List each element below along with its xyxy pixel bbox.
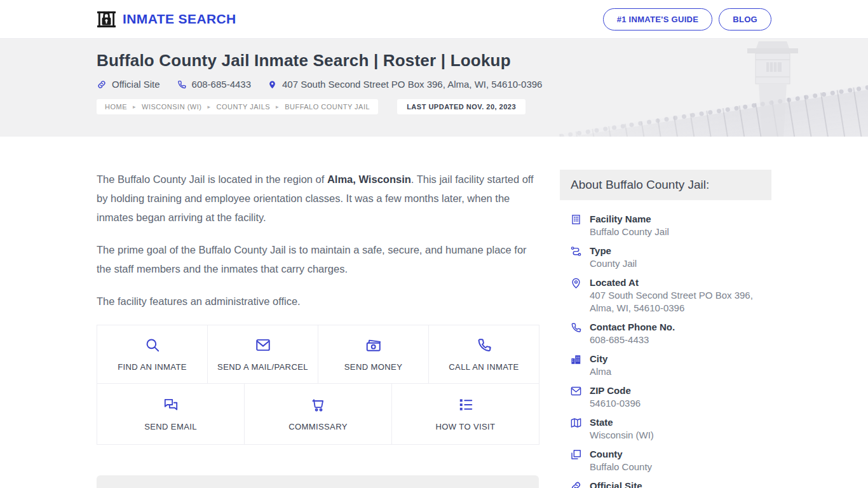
jail-lock-logo-icon <box>97 10 116 29</box>
breadcrumb-state[interactable]: WISCONSIN (WI) <box>142 103 201 111</box>
item-label: Located At <box>590 276 761 289</box>
item-value: County Jail <box>590 257 637 270</box>
item-label: County <box>590 447 652 461</box>
page-title: Buffalo County Jail Inmate Search | Rost… <box>97 51 771 71</box>
link-icon <box>570 480 582 488</box>
next-section-placeholder <box>97 475 539 488</box>
official-site-item: Official Site <box>570 479 761 488</box>
breadcrumb-county-jails[interactable]: COUNTY JAILS <box>216 103 270 111</box>
action-tiles-row-2: SEND EMAIL COMMISSARY <box>97 383 539 445</box>
about-facility-sidebar: About Buffalo County Jail: Facility Name… <box>560 170 771 488</box>
item-label: City <box>590 352 611 365</box>
item-value: 608-685-4433 <box>590 334 675 346</box>
item-label: Type <box>590 244 637 257</box>
facility-address-text: 407 South Second Street PO Box 396, Alma… <box>282 79 542 90</box>
tile-label: FIND AN INMATE <box>118 362 187 372</box>
city-icon <box>570 353 582 378</box>
commissary-tile[interactable]: COMMISSARY <box>244 383 392 445</box>
breadcrumb-separator-icon: ▸ <box>133 104 136 110</box>
find-an-inmate-tile[interactable]: FIND AN INMATE <box>97 325 208 384</box>
located-at-item: Located At 407 South Second Street PO Bo… <box>570 276 761 315</box>
send-mail-parcel-tile[interactable]: SEND A MAIL/PARCEL <box>207 325 318 384</box>
how-to-visit-tile[interactable]: HOW TO VISIT <box>391 383 539 445</box>
breadcrumb-separator-icon: ▸ <box>207 104 210 110</box>
item-label: Facility Name <box>590 212 669 226</box>
state-item: State Wisconsin (WI) <box>570 416 761 442</box>
tile-label: HOW TO VISIT <box>436 422 496 431</box>
mail-icon <box>255 337 271 353</box>
map-icon <box>570 417 582 442</box>
breadcrumb-separator-icon: ▸ <box>276 104 279 110</box>
breadcrumb-current-page[interactable]: BUFFALO COUNTY JAIL <box>285 103 370 111</box>
send-email-tile[interactable]: SEND EMAIL <box>97 383 245 445</box>
breadcrumb: HOME ▸ WISCONSIN (WI) ▸ COUNTY JAILS ▸ B… <box>97 99 378 114</box>
building-icon <box>570 214 582 238</box>
item-value: Alma <box>590 365 611 378</box>
site-header: INMATE SEARCH #1 INMATE'S GUIDE BLOG <box>0 0 868 39</box>
description-paragraph-3: The facility features an administrative … <box>97 292 539 311</box>
breadcrumb-home[interactable]: HOME <box>105 103 127 111</box>
hero-banner: Buffalo County Jail Inmate Search | Rost… <box>0 39 868 137</box>
map-pin-icon <box>570 277 582 315</box>
link-icon <box>97 79 107 90</box>
county-item: County Buffalo County <box>570 447 761 473</box>
facility-quick-info: Official Site 608-685-4433 407 South <box>97 79 771 90</box>
send-money-tile[interactable]: SEND MONEY <box>318 325 429 384</box>
contact-phone-item: Contact Phone No. 608-685-4433 <box>570 320 761 346</box>
official-site-link[interactable]: Official Site <box>97 79 160 90</box>
call-an-inmate-tile[interactable]: CALL AN INMATE <box>428 325 539 384</box>
city-item: City Alma <box>570 352 761 378</box>
item-value: Wisconsin (WI) <box>590 429 654 442</box>
official-site-label: Official Site <box>112 79 160 90</box>
tile-label: SEND MONEY <box>344 362 402 372</box>
facility-type-item: Type County Jail <box>570 244 761 270</box>
facility-location-bold: Alma, Wisconsin <box>327 173 411 185</box>
inmates-guide-button[interactable]: #1 INMATE'S GUIDE <box>603 8 713 30</box>
map-pin-icon <box>268 79 277 90</box>
description-paragraph-2: The prime goal of the Buffalo County Jai… <box>97 240 539 278</box>
item-label: Official Site <box>590 479 642 488</box>
chat-icon <box>163 396 179 413</box>
facility-name-item: Facility Name Buffalo County Jail <box>570 212 761 238</box>
checklist-icon <box>458 396 474 413</box>
route-icon <box>570 245 582 270</box>
brand-logo[interactable]: INMATE SEARCH <box>97 10 236 29</box>
facility-address: 407 South Second Street PO Box 396, Alma… <box>268 79 542 90</box>
tile-label: SEND EMAIL <box>144 422 197 431</box>
county-icon <box>570 449 582 473</box>
zip-code-item: ZIP Code 54610-0396 <box>570 384 761 410</box>
tile-label: COMMISSARY <box>288 422 348 431</box>
phone-icon <box>177 79 187 90</box>
phone-icon <box>476 337 492 353</box>
tile-label: CALL AN INMATE <box>449 362 519 372</box>
item-label: Contact Phone No. <box>590 320 675 334</box>
item-value: 54610-0396 <box>590 397 641 410</box>
facility-phone-link[interactable]: 608-685-4433 <box>177 79 251 90</box>
money-icon <box>365 337 382 353</box>
envelope-icon <box>570 385 582 410</box>
last-updated-badge: LAST UPDATED NOV. 20, 2023 <box>397 99 526 114</box>
item-label: State <box>590 416 654 429</box>
item-value: 407 South Second Street PO Box 396, Alma… <box>590 289 761 315</box>
phone-icon <box>570 322 582 346</box>
tile-label: SEND A MAIL/PARCEL <box>217 362 308 372</box>
cart-icon <box>310 396 327 413</box>
facility-description: The Buffalo County Jail is located in th… <box>97 170 539 488</box>
item-value: Buffalo County <box>590 461 652 473</box>
brand-name: INMATE SEARCH <box>123 11 236 27</box>
blog-button[interactable]: BLOG <box>719 8 771 30</box>
action-tiles-row-1: FIND AN INMATE SEND A MAIL/PARCEL <box>97 325 539 384</box>
sidebar-title: About Buffalo County Jail: <box>560 170 771 200</box>
description-paragraph-1: The Buffalo County Jail is located in th… <box>97 170 539 227</box>
item-value: Buffalo County Jail <box>590 226 669 238</box>
item-label: ZIP Code <box>590 384 641 397</box>
facility-phone-number: 608-685-4433 <box>192 79 251 90</box>
search-icon <box>144 337 161 353</box>
